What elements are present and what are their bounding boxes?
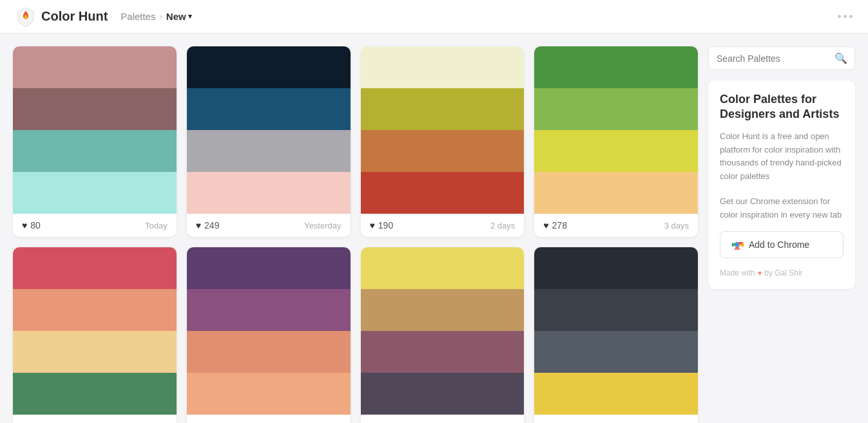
color-swatch [534,88,698,130]
palette-likes[interactable]: ♥249 [196,220,220,230]
color-swatch [13,46,177,88]
palette-date: Yesterday [304,221,341,230]
color-swatch [534,373,698,415]
header: Color Hunt Palettes › New ▾ [0,0,868,33]
palette-meta: ♥1902 days [361,214,525,237]
color-swatch [361,289,525,331]
header-more-button[interactable] [838,15,853,18]
search-icon: 🔍 [834,52,847,64]
color-swatch [187,331,351,373]
color-swatch [187,130,351,172]
palette-meta: ♥1985 days [534,415,698,423]
palette-likes[interactable]: ♥278 [543,220,567,230]
palette-date: 3 days [664,221,689,230]
logo-text: Color Hunt [41,9,108,24]
palette-card[interactable]: ♥80Today [13,46,177,237]
palette-card[interactable]: ♥2114 days [187,247,351,423]
color-swatch [13,247,177,289]
heart-icon: ♥ [370,220,375,230]
add-to-chrome-button[interactable]: Add to Chrome [720,231,844,258]
sidebar-footer: Made with ♥ by Gal Shir [720,268,844,277]
chrome-logo-icon [731,238,744,251]
palette-meta: ♥80Today [13,214,177,237]
color-swatch [534,331,698,373]
dot-3 [849,15,853,18]
likes-count: 80 [30,220,41,230]
color-swatch [13,88,177,130]
sidebar-info: Color Palettes for Designers and Artists… [708,80,855,289]
color-swatch [187,46,351,88]
dot-2 [844,15,847,18]
palette-grid: ♥80Today♥249Yesterday♥1902 days♥2783 day… [13,46,698,423]
search-box[interactable]: 🔍 [708,46,855,70]
color-swatch [187,247,351,289]
heart-icon: ♥ [543,220,548,230]
sidebar-title: Color Palettes for Designers and Artists [720,92,844,122]
palette-likes[interactable]: ♥80 [22,220,41,230]
color-swatch [187,289,351,331]
heart-icon: ♥ [758,269,762,277]
palette-colors [534,247,698,415]
palette-card[interactable]: ♥1424 days [13,247,177,423]
likes-count: 278 [552,220,567,230]
color-swatch [361,331,525,373]
color-swatch [13,331,177,373]
heart-icon: ♥ [22,220,27,230]
palette-colors [187,46,351,214]
sidebar-chrome-text: Get our Chrome extension for color inspi… [720,195,844,222]
nav-new[interactable]: New ▾ [166,11,192,22]
color-swatch [361,130,525,172]
palette-date: 2 days [490,221,515,230]
dot-1 [838,15,841,18]
color-swatch [534,46,698,88]
color-swatch [13,172,177,214]
add-chrome-label: Add to Chrome [749,240,809,250]
color-swatch [13,130,177,172]
palette-colors [13,46,177,214]
palette-meta: ♥1655 days [361,415,525,423]
main-content: ♥80Today♥249Yesterday♥1902 days♥2783 day… [0,33,868,423]
color-swatch [361,373,525,415]
likes-count: 190 [378,220,393,230]
color-swatch [361,88,525,130]
nav-area: Palettes › New ▾ [121,11,191,22]
color-swatch [361,172,525,214]
palette-card[interactable]: ♥1655 days [361,247,525,423]
palette-colors [187,247,351,415]
palette-colors [361,247,525,415]
palette-card[interactable]: ♥2783 days [534,46,698,237]
color-swatch [534,289,698,331]
sidebar: 🔍 Color Palettes for Designers and Artis… [708,46,855,423]
nav-palettes[interactable]: Palettes [121,11,155,22]
color-swatch [13,289,177,331]
color-swatch [534,172,698,214]
palette-date: Today [145,221,168,230]
palette-meta: ♥249Yesterday [187,214,351,237]
palette-card[interactable]: ♥249Yesterday [187,46,351,237]
palette-colors [13,247,177,415]
svg-point-4 [735,243,739,247]
color-swatch [13,373,177,415]
color-swatch [534,130,698,172]
palette-colors [534,46,698,214]
search-input[interactable] [717,53,829,64]
color-swatch [187,88,351,130]
logo-icon [15,6,36,27]
palette-colors [361,46,525,214]
color-swatch [361,46,525,88]
palette-card[interactable]: ♥1902 days [361,46,525,237]
color-swatch [361,247,525,289]
palette-meta: ♥2783 days [534,214,698,237]
palette-card[interactable]: ♥1985 days [534,247,698,423]
palette-meta: ♥2114 days [187,415,351,423]
color-swatch [187,172,351,214]
nav-chevron: › [160,12,162,21]
palette-meta: ♥1424 days [13,415,177,423]
logo-area[interactable]: Color Hunt [15,6,108,27]
palette-likes[interactable]: ♥190 [370,220,394,230]
sidebar-description: Color Hunt is a free and open platform f… [720,130,844,183]
color-swatch [187,373,351,415]
likes-count: 249 [204,220,219,230]
color-swatch [534,247,698,289]
heart-icon: ♥ [196,220,201,230]
